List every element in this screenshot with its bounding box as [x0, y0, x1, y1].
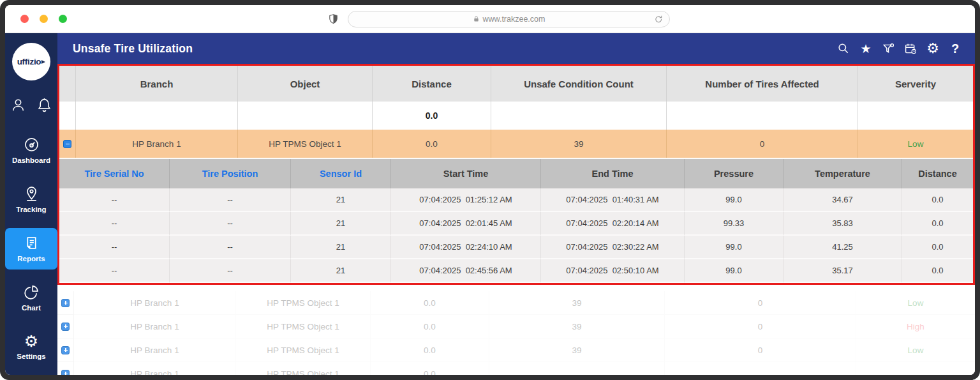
- sidebar: uffizio Dashboard: [5, 33, 57, 375]
- severity-badge: Low: [856, 338, 975, 362]
- window-controls: [20, 15, 67, 23]
- expanded-row[interactable]: HP Branch 1 HP TPMS Object 1 0.0 39 0 Lo…: [59, 130, 973, 158]
- column-header-unsafe-condition-count[interactable]: Unsafe Condition Count: [491, 66, 667, 102]
- column-header-object[interactable]: Object: [238, 66, 373, 102]
- browser-window: www.trakzee.com uffizio: [5, 5, 975, 375]
- settings-gear-icon: ⚙: [24, 333, 38, 349]
- browser-chrome: www.trakzee.com: [5, 5, 975, 33]
- sidebar-item-label: Dashboard: [12, 156, 50, 164]
- totals-row: 0.0: [59, 102, 973, 130]
- sidebar-item-label: Chart: [22, 304, 41, 312]
- report-table-header: Branch Object Distance Unsafe Condition …: [59, 66, 973, 102]
- detail-header-tire-serial-no[interactable]: Tire Serial No: [59, 159, 170, 188]
- detail-table-header: Tire Serial No Tire Position Sensor Id S…: [59, 158, 973, 188]
- uffizio-logo: uffizio: [12, 43, 50, 80]
- collapsed-rows-section: HP Branch 1 HP TPMS Object 1 0.0 39 0 Lo…: [57, 285, 975, 375]
- column-header-branch[interactable]: Branch: [76, 66, 238, 102]
- detail-row: -- -- 21 07:04:2025 02:24:10 AM 07:04:20…: [59, 236, 973, 259]
- object-cell: HP TPMS Object 1: [238, 130, 373, 158]
- highlighted-region: Branch Object Distance Unsafe Condition …: [57, 64, 975, 285]
- reports-document-icon: [23, 234, 40, 252]
- total-distance: 0.0: [373, 102, 491, 130]
- detail-header-start-time[interactable]: Start Time: [391, 159, 541, 188]
- collapsed-row[interactable]: HP Branch 1 HP TPMS Object 1 0.0 39 0 Lo…: [57, 291, 975, 315]
- app-header: Unsafe Tire Utilization ★ ⚙ ?: [57, 33, 975, 64]
- collapsed-row[interactable]: HP Branch 1 HP TPMS Object 1 0.0 39 0 Hi…: [57, 315, 975, 338]
- sidebar-item-label: Settings: [17, 353, 45, 360]
- close-button[interactable]: [20, 15, 29, 23]
- detail-header-end-time[interactable]: End Time: [541, 159, 685, 188]
- user-icon[interactable]: [10, 97, 26, 113]
- settings-gear-icon[interactable]: ⚙: [926, 42, 940, 56]
- sidebar-item-reports[interactable]: Reports: [5, 228, 57, 270]
- expander-column-header: [59, 66, 76, 102]
- report-content: Branch Object Distance Unsafe Condition …: [57, 64, 975, 375]
- logo-text: uffizio: [17, 57, 41, 66]
- url-text: www.trakzee.com: [483, 15, 546, 24]
- severity-badge: Low: [856, 291, 975, 315]
- detail-header-sensor-id[interactable]: Sensor Id: [291, 159, 391, 188]
- collapse-button[interactable]: [63, 140, 71, 148]
- reload-icon[interactable]: [654, 15, 664, 24]
- expand-button[interactable]: [61, 370, 70, 376]
- sidebar-item-label: Tracking: [16, 206, 46, 213]
- detail-row: -- -- 21 07:04:2025 02:01:45 AM 07:04:20…: [59, 212, 973, 236]
- screen-frame: www.trakzee.com uffizio: [0, 0, 980, 380]
- scheduled-reports-calendar-icon[interactable]: [903, 42, 917, 56]
- address-bar[interactable]: www.trakzee.com: [348, 11, 670, 27]
- notifications-bell-icon[interactable]: [36, 97, 52, 113]
- collapsed-row[interactable]: HP Branch 1 HP TPMS Object 1 0.0 39 0 Lo…: [57, 338, 975, 362]
- sidebar-item-label: Reports: [17, 255, 45, 262]
- severity-badge: Low: [858, 130, 973, 158]
- collapsed-row[interactable]: HP Branch 1 HP TPMS Object 1 0.0: [57, 362, 975, 375]
- detail-row: -- -- 21 07:04:2025 02:45:56 AM 07:04:20…: [59, 259, 973, 283]
- favorites-star-icon[interactable]: ★: [859, 42, 873, 56]
- sidebar-item-chart[interactable]: Chart: [5, 277, 57, 319]
- detail-row: -- -- 21 07:04:2025 01:25:12 AM 07:04:20…: [59, 188, 973, 212]
- sidebar-item-tracking[interactable]: Tracking: [5, 179, 57, 220]
- column-header-severity[interactable]: Serverity: [858, 66, 973, 102]
- distance-cell: 0.0: [373, 130, 491, 158]
- expand-button[interactable]: [61, 323, 70, 331]
- minimize-button[interactable]: [40, 15, 48, 23]
- expand-button[interactable]: [61, 346, 70, 354]
- detail-header-tire-position[interactable]: Tire Position: [170, 159, 291, 188]
- detail-header-distance[interactable]: Distance: [902, 159, 973, 188]
- fullscreen-button[interactable]: [59, 15, 67, 23]
- column-header-tires-affected[interactable]: Number of Tires Affected: [667, 66, 858, 102]
- detail-header-pressure[interactable]: Pressure: [685, 159, 783, 188]
- branch-cell: HP Branch 1: [76, 130, 238, 158]
- help-icon[interactable]: ?: [948, 42, 962, 56]
- privacy-shield-icon[interactable]: [328, 13, 339, 25]
- sidebar-item-dashboard[interactable]: Dashboard: [5, 130, 57, 171]
- dashboard-gauge-icon: [23, 136, 40, 153]
- page-title: Unsafe Tire Utilization: [73, 42, 193, 56]
- unsafe-condition-count-cell: 39: [491, 130, 667, 158]
- tires-affected-cell: 0: [667, 130, 858, 158]
- filter-icon[interactable]: [881, 42, 895, 56]
- detail-header-temperature[interactable]: Temperature: [783, 159, 902, 188]
- column-header-distance[interactable]: Distance: [373, 66, 491, 102]
- pie-chart-icon: [23, 284, 40, 301]
- lock-icon: [473, 15, 480, 23]
- sidebar-item-settings[interactable]: ⚙ Settings: [5, 326, 57, 367]
- tracking-pin-icon: [23, 185, 40, 202]
- search-icon[interactable]: [836, 42, 850, 56]
- severity-badge: High: [856, 315, 975, 338]
- expand-button[interactable]: [61, 299, 70, 307]
- severity-badge: [856, 362, 975, 375]
